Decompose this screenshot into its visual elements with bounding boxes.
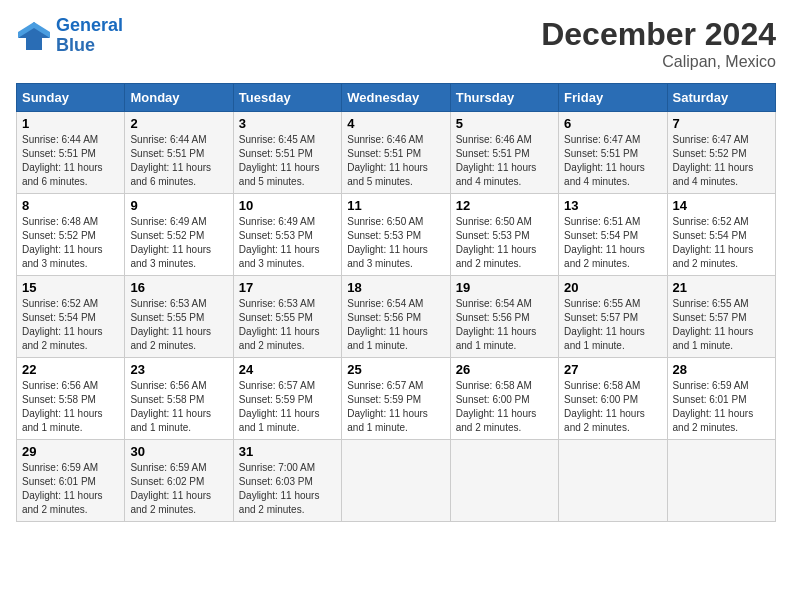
calendar-cell: [342, 440, 450, 522]
calendar-cell: 27Sunrise: 6:58 AMSunset: 6:00 PMDayligh…: [559, 358, 667, 440]
calendar-cell: 23Sunrise: 6:56 AMSunset: 5:58 PMDayligh…: [125, 358, 233, 440]
day-info: Sunrise: 6:54 AMSunset: 5:56 PMDaylight:…: [456, 297, 553, 353]
calendar-cell: 9Sunrise: 6:49 AMSunset: 5:52 PMDaylight…: [125, 194, 233, 276]
day-number: 11: [347, 198, 444, 213]
day-info: Sunrise: 6:58 AMSunset: 6:00 PMDaylight:…: [564, 379, 661, 435]
logo-icon: [16, 18, 52, 54]
calendar-cell: 25Sunrise: 6:57 AMSunset: 5:59 PMDayligh…: [342, 358, 450, 440]
calendar-cell: 2Sunrise: 6:44 AMSunset: 5:51 PMDaylight…: [125, 112, 233, 194]
day-info: Sunrise: 6:45 AMSunset: 5:51 PMDaylight:…: [239, 133, 336, 189]
calendar-cell: 21Sunrise: 6:55 AMSunset: 5:57 PMDayligh…: [667, 276, 775, 358]
day-number: 6: [564, 116, 661, 131]
calendar-cell: 22Sunrise: 6:56 AMSunset: 5:58 PMDayligh…: [17, 358, 125, 440]
calendar-cell: 17Sunrise: 6:53 AMSunset: 5:55 PMDayligh…: [233, 276, 341, 358]
calendar-cell: 29Sunrise: 6:59 AMSunset: 6:01 PMDayligh…: [17, 440, 125, 522]
day-info: Sunrise: 6:48 AMSunset: 5:52 PMDaylight:…: [22, 215, 119, 271]
calendar-cell: 13Sunrise: 6:51 AMSunset: 5:54 PMDayligh…: [559, 194, 667, 276]
day-number: 15: [22, 280, 119, 295]
day-number: 24: [239, 362, 336, 377]
day-number: 28: [673, 362, 770, 377]
day-number: 23: [130, 362, 227, 377]
day-info: Sunrise: 6:44 AMSunset: 5:51 PMDaylight:…: [130, 133, 227, 189]
day-info: Sunrise: 6:58 AMSunset: 6:00 PMDaylight:…: [456, 379, 553, 435]
calendar-cell: 7Sunrise: 6:47 AMSunset: 5:52 PMDaylight…: [667, 112, 775, 194]
day-info: Sunrise: 6:56 AMSunset: 5:58 PMDaylight:…: [130, 379, 227, 435]
calendar-cell: [559, 440, 667, 522]
day-number: 22: [22, 362, 119, 377]
calendar-week-5: 29Sunrise: 6:59 AMSunset: 6:01 PMDayligh…: [17, 440, 776, 522]
column-header-thursday: Thursday: [450, 84, 558, 112]
day-info: Sunrise: 6:52 AMSunset: 5:54 PMDaylight:…: [22, 297, 119, 353]
day-info: Sunrise: 6:53 AMSunset: 5:55 PMDaylight:…: [130, 297, 227, 353]
calendar-cell: 6Sunrise: 6:47 AMSunset: 5:51 PMDaylight…: [559, 112, 667, 194]
calendar-week-3: 15Sunrise: 6:52 AMSunset: 5:54 PMDayligh…: [17, 276, 776, 358]
calendar-cell: 30Sunrise: 6:59 AMSunset: 6:02 PMDayligh…: [125, 440, 233, 522]
calendar-table: SundayMondayTuesdayWednesdayThursdayFrid…: [16, 83, 776, 522]
day-number: 3: [239, 116, 336, 131]
day-number: 13: [564, 198, 661, 213]
day-info: Sunrise: 6:46 AMSunset: 5:51 PMDaylight:…: [347, 133, 444, 189]
day-number: 2: [130, 116, 227, 131]
day-number: 29: [22, 444, 119, 459]
day-info: Sunrise: 6:50 AMSunset: 5:53 PMDaylight:…: [456, 215, 553, 271]
calendar-cell: 8Sunrise: 6:48 AMSunset: 5:52 PMDaylight…: [17, 194, 125, 276]
calendar-cell: 12Sunrise: 6:50 AMSunset: 5:53 PMDayligh…: [450, 194, 558, 276]
day-number: 31: [239, 444, 336, 459]
day-info: Sunrise: 6:57 AMSunset: 5:59 PMDaylight:…: [347, 379, 444, 435]
day-info: Sunrise: 6:53 AMSunset: 5:55 PMDaylight:…: [239, 297, 336, 353]
day-number: 27: [564, 362, 661, 377]
calendar-cell: 20Sunrise: 6:55 AMSunset: 5:57 PMDayligh…: [559, 276, 667, 358]
day-number: 21: [673, 280, 770, 295]
column-header-friday: Friday: [559, 84, 667, 112]
day-info: Sunrise: 6:55 AMSunset: 5:57 PMDaylight:…: [673, 297, 770, 353]
day-number: 5: [456, 116, 553, 131]
column-header-wednesday: Wednesday: [342, 84, 450, 112]
day-info: Sunrise: 6:59 AMSunset: 6:02 PMDaylight:…: [130, 461, 227, 517]
day-info: Sunrise: 6:57 AMSunset: 5:59 PMDaylight:…: [239, 379, 336, 435]
day-number: 14: [673, 198, 770, 213]
day-number: 8: [22, 198, 119, 213]
calendar-cell: 3Sunrise: 6:45 AMSunset: 5:51 PMDaylight…: [233, 112, 341, 194]
day-number: 12: [456, 198, 553, 213]
day-number: 16: [130, 280, 227, 295]
day-info: Sunrise: 6:44 AMSunset: 5:51 PMDaylight:…: [22, 133, 119, 189]
calendar-cell: [450, 440, 558, 522]
day-number: 4: [347, 116, 444, 131]
calendar-week-4: 22Sunrise: 6:56 AMSunset: 5:58 PMDayligh…: [17, 358, 776, 440]
day-info: Sunrise: 6:50 AMSunset: 5:53 PMDaylight:…: [347, 215, 444, 271]
calendar-cell: 18Sunrise: 6:54 AMSunset: 5:56 PMDayligh…: [342, 276, 450, 358]
day-info: Sunrise: 6:51 AMSunset: 5:54 PMDaylight:…: [564, 215, 661, 271]
logo-blue: Blue: [56, 35, 95, 55]
calendar-title: December 2024: [541, 16, 776, 53]
day-info: Sunrise: 7:00 AMSunset: 6:03 PMDaylight:…: [239, 461, 336, 517]
day-info: Sunrise: 6:55 AMSunset: 5:57 PMDaylight:…: [564, 297, 661, 353]
calendar-cell: 1Sunrise: 6:44 AMSunset: 5:51 PMDaylight…: [17, 112, 125, 194]
calendar-subtitle: Calipan, Mexico: [541, 53, 776, 71]
column-header-tuesday: Tuesday: [233, 84, 341, 112]
day-number: 1: [22, 116, 119, 131]
calendar-cell: 4Sunrise: 6:46 AMSunset: 5:51 PMDaylight…: [342, 112, 450, 194]
day-info: Sunrise: 6:47 AMSunset: 5:51 PMDaylight:…: [564, 133, 661, 189]
calendar-cell: 28Sunrise: 6:59 AMSunset: 6:01 PMDayligh…: [667, 358, 775, 440]
day-number: 17: [239, 280, 336, 295]
logo: General Blue: [16, 16, 123, 56]
calendar-cell: 11Sunrise: 6:50 AMSunset: 5:53 PMDayligh…: [342, 194, 450, 276]
title-block: December 2024 Calipan, Mexico: [541, 16, 776, 71]
column-header-saturday: Saturday: [667, 84, 775, 112]
day-info: Sunrise: 6:49 AMSunset: 5:52 PMDaylight:…: [130, 215, 227, 271]
day-number: 7: [673, 116, 770, 131]
calendar-week-1: 1Sunrise: 6:44 AMSunset: 5:51 PMDaylight…: [17, 112, 776, 194]
day-number: 9: [130, 198, 227, 213]
day-number: 30: [130, 444, 227, 459]
calendar-cell: 24Sunrise: 6:57 AMSunset: 5:59 PMDayligh…: [233, 358, 341, 440]
day-info: Sunrise: 6:59 AMSunset: 6:01 PMDaylight:…: [673, 379, 770, 435]
calendar-cell: 15Sunrise: 6:52 AMSunset: 5:54 PMDayligh…: [17, 276, 125, 358]
column-header-monday: Monday: [125, 84, 233, 112]
day-info: Sunrise: 6:56 AMSunset: 5:58 PMDaylight:…: [22, 379, 119, 435]
day-number: 26: [456, 362, 553, 377]
calendar-week-2: 8Sunrise: 6:48 AMSunset: 5:52 PMDaylight…: [17, 194, 776, 276]
calendar-cell: 10Sunrise: 6:49 AMSunset: 5:53 PMDayligh…: [233, 194, 341, 276]
logo-text: General Blue: [56, 16, 123, 56]
calendar-cell: [667, 440, 775, 522]
calendar-cell: 14Sunrise: 6:52 AMSunset: 5:54 PMDayligh…: [667, 194, 775, 276]
